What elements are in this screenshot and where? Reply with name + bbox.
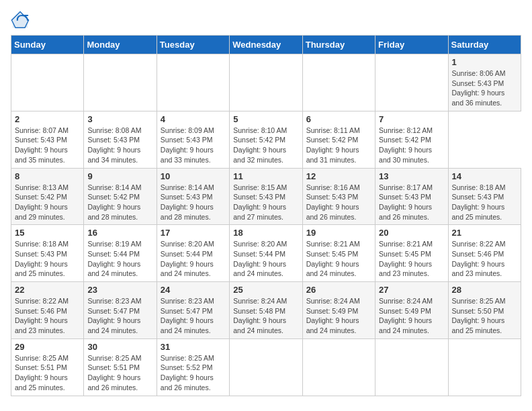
calendar-week-1: 1 Sunrise: 8:06 AM Sunset: 5:43 PM Dayli… [11, 54, 521, 111]
day-info: Sunrise: 8:25 AM Sunset: 5:51 PM Dayligh… [87, 353, 152, 393]
day-number: 9 [87, 171, 152, 181]
day-header-wednesday: Wednesday [230, 36, 302, 54]
calendar-cell: 8 Sunrise: 8:13 AM Sunset: 5:42 PM Dayli… [11, 168, 84, 225]
day-info: Sunrise: 8:17 AM Sunset: 5:43 PM Dayligh… [379, 183, 444, 222]
calendar-cell: 30 Sunrise: 8:25 AM Sunset: 5:51 PM Dayl… [84, 338, 157, 396]
calendar-cell: 25 Sunrise: 8:24 AM Sunset: 5:48 PM Dayl… [230, 282, 302, 339]
calendar-cell: 11 Sunrise: 8:15 AM Sunset: 5:43 PM Dayl… [230, 168, 302, 225]
calendar-cell: 10 Sunrise: 8:14 AM Sunset: 5:43 PM Dayl… [157, 168, 229, 225]
day-header-monday: Monday [84, 36, 157, 54]
day-header-sunday: Sunday [11, 36, 84, 54]
day-header-friday: Friday [375, 36, 448, 54]
day-info: Sunrise: 8:25 AM Sunset: 5:50 PM Dayligh… [452, 296, 517, 336]
calendar-cell: 7 Sunrise: 8:12 AM Sunset: 5:42 PM Dayli… [375, 111, 448, 168]
day-info: Sunrise: 8:25 AM Sunset: 5:52 PM Dayligh… [161, 353, 226, 393]
calendar-week-3: 8 Sunrise: 8:13 AM Sunset: 5:42 PM Dayli… [11, 168, 521, 225]
day-info: Sunrise: 8:24 AM Sunset: 5:49 PM Dayligh… [379, 296, 444, 336]
calendar-cell [302, 54, 375, 111]
calendar-cell: 23 Sunrise: 8:23 AM Sunset: 5:47 PM Dayl… [84, 282, 157, 339]
day-header-saturday: Saturday [448, 36, 521, 54]
calendar-cell [157, 54, 229, 111]
calendar-cell: 24 Sunrise: 8:23 AM Sunset: 5:47 PM Dayl… [157, 282, 229, 339]
day-info: Sunrise: 8:14 AM Sunset: 5:43 PM Dayligh… [161, 183, 226, 222]
calendar-header: SundayMondayTuesdayWednesdayThursdayFrid… [11, 36, 521, 54]
day-info: Sunrise: 8:15 AM Sunset: 5:43 PM Dayligh… [233, 183, 298, 222]
calendar-cell: 28 Sunrise: 8:25 AM Sunset: 5:50 PM Dayl… [448, 282, 521, 339]
day-number: 14 [452, 171, 517, 181]
day-info: Sunrise: 8:07 AM Sunset: 5:43 PM Dayligh… [15, 126, 80, 165]
calendar-cell: 4 Sunrise: 8:09 AM Sunset: 5:43 PM Dayli… [157, 111, 229, 168]
day-info: Sunrise: 8:11 AM Sunset: 5:42 PM Dayligh… [306, 126, 371, 165]
calendar-week-2: 2 Sunrise: 8:07 AM Sunset: 5:43 PM Dayli… [11, 111, 521, 168]
day-info: Sunrise: 8:14 AM Sunset: 5:42 PM Dayligh… [87, 183, 152, 222]
day-number: 29 [15, 342, 80, 352]
day-header-thursday: Thursday [302, 36, 375, 54]
day-number: 19 [306, 228, 371, 238]
calendar-cell [448, 338, 521, 396]
calendar-cell: 3 Sunrise: 8:08 AM Sunset: 5:43 PM Dayli… [84, 111, 157, 168]
calendar-cell: 1 Sunrise: 8:06 AM Sunset: 5:43 PM Dayli… [448, 54, 521, 111]
calendar-cell [375, 54, 448, 111]
day-number: 25 [233, 285, 298, 295]
day-number: 13 [379, 171, 444, 181]
calendar-cell: 31 Sunrise: 8:25 AM Sunset: 5:52 PM Dayl… [157, 338, 229, 396]
calendar-cell [11, 54, 84, 111]
calendar-week-6: 29 Sunrise: 8:25 AM Sunset: 5:51 PM Dayl… [11, 338, 521, 396]
day-number: 3 [87, 114, 152, 124]
day-info: Sunrise: 8:20 AM Sunset: 5:44 PM Dayligh… [233, 239, 298, 279]
day-number: 5 [233, 114, 298, 124]
day-info: Sunrise: 8:08 AM Sunset: 5:43 PM Dayligh… [87, 126, 152, 165]
page-header [11, 11, 521, 30]
day-number: 28 [452, 285, 517, 295]
day-info: Sunrise: 8:10 AM Sunset: 5:42 PM Dayligh… [233, 126, 298, 165]
day-header-tuesday: Tuesday [157, 36, 229, 54]
day-info: Sunrise: 8:18 AM Sunset: 5:43 PM Dayligh… [452, 183, 517, 222]
calendar-cell: 19 Sunrise: 8:21 AM Sunset: 5:45 PM Dayl… [302, 225, 375, 282]
calendar-cell: 13 Sunrise: 8:17 AM Sunset: 5:43 PM Dayl… [375, 168, 448, 225]
day-number: 6 [306, 114, 371, 124]
calendar-table: SundayMondayTuesdayWednesdayThursdayFrid… [11, 35, 521, 396]
day-number: 15 [15, 228, 80, 238]
day-number: 31 [161, 342, 226, 352]
day-info: Sunrise: 8:13 AM Sunset: 5:42 PM Dayligh… [15, 183, 80, 222]
calendar-cell: 2 Sunrise: 8:07 AM Sunset: 5:43 PM Dayli… [11, 111, 84, 168]
day-info: Sunrise: 8:20 AM Sunset: 5:44 PM Dayligh… [161, 239, 226, 279]
day-info: Sunrise: 8:24 AM Sunset: 5:48 PM Dayligh… [233, 296, 298, 336]
day-number: 1 [452, 57, 517, 67]
day-number: 20 [379, 228, 444, 238]
day-number: 2 [15, 114, 80, 124]
calendar-cell [302, 338, 375, 396]
calendar-cell: 27 Sunrise: 8:24 AM Sunset: 5:49 PM Dayl… [375, 282, 448, 339]
day-number: 7 [379, 114, 444, 124]
day-info: Sunrise: 8:21 AM Sunset: 5:45 PM Dayligh… [306, 239, 371, 279]
calendar-cell: 17 Sunrise: 8:20 AM Sunset: 5:44 PM Dayl… [157, 225, 229, 282]
day-info: Sunrise: 8:23 AM Sunset: 5:47 PM Dayligh… [87, 296, 152, 336]
day-number: 22 [15, 285, 80, 295]
calendar-cell [230, 54, 302, 111]
calendar-week-4: 15 Sunrise: 8:18 AM Sunset: 5:43 PM Dayl… [11, 225, 521, 282]
calendar-cell [84, 54, 157, 111]
calendar-cell: 9 Sunrise: 8:14 AM Sunset: 5:42 PM Dayli… [84, 168, 157, 225]
day-number: 8 [15, 171, 80, 181]
day-info: Sunrise: 8:19 AM Sunset: 5:44 PM Dayligh… [87, 239, 152, 279]
day-info: Sunrise: 8:24 AM Sunset: 5:49 PM Dayligh… [306, 296, 371, 336]
day-info: Sunrise: 8:16 AM Sunset: 5:43 PM Dayligh… [306, 183, 371, 222]
day-number: 16 [87, 228, 152, 238]
calendar-cell: 14 Sunrise: 8:18 AM Sunset: 5:43 PM Dayl… [448, 168, 521, 225]
day-info: Sunrise: 8:09 AM Sunset: 5:43 PM Dayligh… [161, 126, 226, 165]
calendar-cell: 15 Sunrise: 8:18 AM Sunset: 5:43 PM Dayl… [11, 225, 84, 282]
day-info: Sunrise: 8:22 AM Sunset: 5:46 PM Dayligh… [452, 239, 517, 279]
day-number: 12 [306, 171, 371, 181]
day-number: 21 [452, 228, 517, 238]
day-number: 18 [233, 228, 298, 238]
day-number: 23 [87, 285, 152, 295]
day-number: 27 [379, 285, 444, 295]
day-info: Sunrise: 8:22 AM Sunset: 5:46 PM Dayligh… [15, 296, 80, 336]
calendar-cell: 29 Sunrise: 8:25 AM Sunset: 5:51 PM Dayl… [11, 338, 84, 396]
day-info: Sunrise: 8:21 AM Sunset: 5:45 PM Dayligh… [379, 239, 444, 279]
day-number: 10 [161, 171, 226, 181]
day-number: 4 [161, 114, 226, 124]
calendar-cell: 5 Sunrise: 8:10 AM Sunset: 5:42 PM Dayli… [230, 111, 302, 168]
calendar-cell: 18 Sunrise: 8:20 AM Sunset: 5:44 PM Dayl… [230, 225, 302, 282]
calendar-cell [375, 338, 448, 396]
